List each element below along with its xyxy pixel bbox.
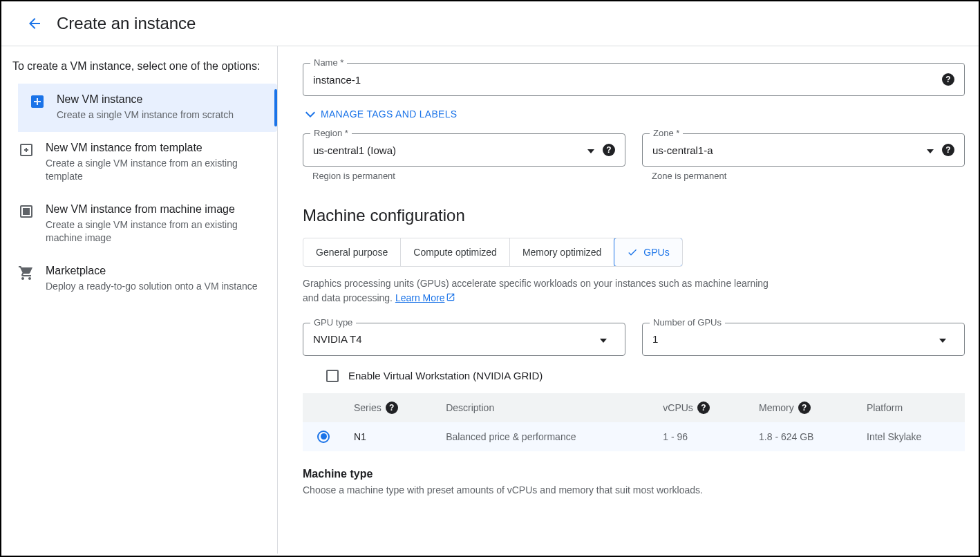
chevron-down-icon — [927, 144, 934, 156]
chevron-down-icon — [587, 144, 594, 156]
tab-general-purpose[interactable]: General purpose — [303, 238, 401, 266]
template-icon — [18, 142, 35, 158]
zone-select[interactable]: Zone * us-central1-a ? — [642, 133, 965, 167]
sidebar-item-template[interactable]: New VM instance from template Create a s… — [7, 132, 272, 193]
sidebar-item-desc: Create a single VM instance from an exis… — [46, 218, 261, 245]
sidebar-item-machine-image[interactable]: New VM instance from machine image Creat… — [7, 193, 272, 255]
series-name: N1 — [344, 422, 436, 451]
manage-tags-button[interactable]: MANAGE TAGS AND LABELS — [305, 108, 965, 120]
manage-tags-label: MANAGE TAGS AND LABELS — [321, 108, 457, 120]
series-desc: Balanced price & performance — [436, 422, 653, 451]
tab-gpus-label: GPUs — [643, 247, 669, 258]
series-radio[interactable] — [317, 431, 330, 443]
sidebar-item-new-vm[interactable]: New VM instance Create a single VM insta… — [18, 84, 277, 132]
help-icon[interactable]: ? — [697, 402, 710, 414]
region-select[interactable]: Region * us-central1 (Iowa) ? — [303, 133, 625, 167]
tab-memory-optimized[interactable]: Memory optimized — [510, 238, 614, 266]
gpu-count-value: 1 — [652, 333, 934, 345]
external-link-icon — [446, 292, 455, 306]
zone-helper: Zone is permanent — [652, 171, 965, 181]
cart-icon — [18, 265, 35, 281]
sidebar-item-label: Marketplace — [46, 265, 261, 277]
gpu-type-label: GPU type — [310, 317, 356, 328]
series-memory: 1.8 - 624 GB — [749, 422, 857, 451]
zone-label: Zone * — [650, 128, 683, 138]
virtual-workstation-label: Enable Virtual Workstation (NVIDIA GRID) — [348, 370, 543, 381]
gpu-type-value: NVIDIA T4 — [313, 333, 594, 345]
chevron-down-icon — [600, 333, 607, 346]
image-icon — [18, 203, 35, 220]
sidebar-item-desc: Deploy a ready-to-go solution onto a VM … — [46, 280, 261, 294]
name-field[interactable]: Name * ? — [303, 63, 965, 96]
region-helper: Region is permanent — [312, 171, 625, 181]
svg-rect-5 — [23, 211, 29, 212]
chevron-down-icon — [939, 333, 946, 346]
sidebar-item-label: New VM instance from machine image — [46, 203, 261, 216]
gpu-type-select[interactable]: GPU type NVIDIA T4 — [303, 323, 625, 356]
learn-more-link[interactable]: Learn More — [395, 292, 456, 303]
main-form: Name * ? MANAGE TAGS AND LABELS Region *… — [278, 46, 979, 554]
help-icon[interactable]: ? — [798, 402, 811, 414]
sidebar-item-label: New VM instance from template — [46, 142, 261, 154]
tab-gpus[interactable]: GPUs — [614, 238, 682, 267]
name-label: Name * — [310, 57, 347, 68]
svg-rect-4 — [23, 209, 29, 210]
machine-type-title: Machine type — [303, 468, 965, 480]
th-vcpus: vCPUs — [663, 402, 693, 413]
series-table: Series? Description vCPUs? Memory? Platf… — [303, 393, 965, 451]
th-description: Description — [436, 393, 653, 422]
help-icon[interactable]: ? — [942, 73, 954, 86]
series-vcpus: 1 - 96 — [653, 422, 749, 451]
virtual-workstation-checkbox[interactable] — [326, 370, 339, 382]
machine-tabs: General purpose Compute optimized Memory… — [303, 238, 683, 267]
machine-config-title: Machine configuration — [303, 206, 965, 225]
tab-compute-optimized[interactable]: Compute optimized — [401, 238, 510, 266]
region-value: us-central1 (Iowa) — [313, 144, 582, 156]
help-icon[interactable]: ? — [942, 144, 954, 156]
check-icon — [627, 247, 638, 258]
help-icon[interactable]: ? — [603, 144, 615, 156]
back-arrow-icon[interactable] — [26, 15, 43, 32]
svg-rect-6 — [23, 214, 29, 214]
gpu-description: Graphics processing units (GPUs) acceler… — [303, 276, 773, 306]
series-platform: Intel Skylake — [857, 422, 965, 451]
gpu-count-select[interactable]: Number of GPUs 1 — [642, 323, 965, 356]
sidebar-item-label: New VM instance — [57, 93, 266, 106]
sidebar-item-desc: Create a single VM instance from an exis… — [46, 157, 261, 184]
th-memory: Memory — [759, 402, 794, 413]
th-platform: Platform — [857, 393, 965, 422]
sidebar-item-marketplace[interactable]: Marketplace Deploy a ready-to-go solutio… — [7, 255, 272, 303]
gpu-count-label: Number of GPUs — [650, 317, 725, 328]
page-title: Create an instance — [57, 14, 196, 33]
series-row[interactable]: N1 Balanced price & performance 1 - 96 1… — [303, 422, 965, 451]
zone-value: us-central1-a — [652, 144, 921, 156]
region-label: Region * — [310, 128, 352, 138]
sidebar: To create a VM instance, select one of t… — [1, 46, 278, 554]
help-icon[interactable]: ? — [386, 402, 398, 414]
sidebar-prompt: To create a VM instance, select one of t… — [1, 60, 277, 84]
sidebar-item-desc: Create a single VM instance from scratch — [57, 108, 266, 122]
machine-type-desc: Choose a machine type with preset amount… — [303, 484, 965, 495]
th-series: Series — [354, 402, 381, 413]
plus-box-icon — [29, 93, 46, 110]
name-input[interactable] — [313, 74, 942, 86]
